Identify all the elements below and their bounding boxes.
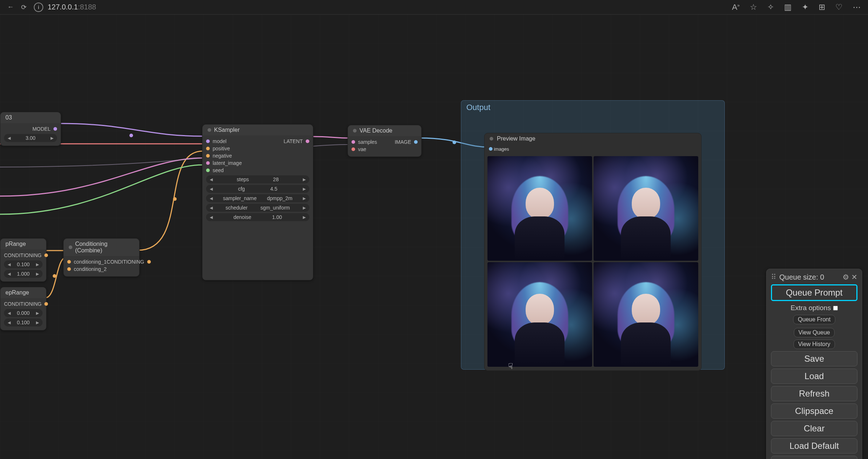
preview-image-3[interactable] — [487, 262, 592, 367]
widget-denoise[interactable]: ◀denoise1.00▶ — [206, 213, 309, 221]
preview-image-2[interactable] — [594, 156, 698, 261]
extra-options-label: Extra options — [791, 304, 831, 312]
node-title-text: Conditioning (Combine) — [75, 241, 134, 254]
output-image[interactable]: IMAGE — [395, 139, 411, 145]
input-latent-image[interactable]: latent_image — [213, 160, 242, 166]
widget-scheduler[interactable]: ◀schedulersgm_uniform▶ — [206, 204, 309, 212]
gear-icon[interactable]: ⚙ — [843, 273, 849, 281]
preview-grid — [485, 153, 701, 370]
input-vae[interactable]: vae — [358, 146, 366, 152]
input-cond1[interactable]: conditioning_1 — [74, 259, 107, 265]
extra-options-checkbox[interactable] — [833, 306, 838, 310]
input-model[interactable]: model — [213, 138, 226, 144]
extensions-icon[interactable]: ✧ — [767, 3, 774, 12]
url-port: :8188 — [78, 3, 96, 11]
load-default-button[interactable]: Load Default — [771, 438, 857, 454]
back-button[interactable]: ← — [7, 3, 14, 11]
widget-value: 3.00 — [25, 135, 35, 141]
reload-button[interactable]: ⟳ — [21, 3, 27, 11]
node-model-stub[interactable]: 03 MODEL ◀ 3.00 ▶ — [0, 112, 61, 146]
arrow-right-icon[interactable]: ▶ — [51, 136, 53, 141]
input-images[interactable]: images — [494, 146, 509, 152]
group-title: Output — [461, 101, 724, 114]
collections-icon[interactable]: ▥ — [784, 3, 792, 12]
node-title-text: epRange — [5, 289, 29, 296]
node-title-text: Preview Image — [497, 135, 535, 142]
node-vae-decode[interactable]: VAE Decode samplesIMAGE vae — [347, 125, 422, 157]
output-conditioning[interactable]: CONDITIONING — [4, 252, 41, 258]
clipspace-button[interactable]: Clipspace — [771, 403, 857, 419]
cursor-icon: ☟ — [508, 362, 513, 371]
browser-toolbar: ← ⟳ i 127.0.0.1:8188 A» ☆ ✧ ▥ ✦ ⊞ ♡ ⋯ — [0, 0, 868, 15]
drag-handle-icon[interactable]: ⠿ — [771, 273, 776, 281]
widget-r2-b[interactable]: ◀0.100▶ — [4, 318, 43, 326]
node-title-text: VAE Decode — [359, 127, 392, 134]
svg-point-0 — [129, 134, 133, 137]
output-label: MODEL — [32, 126, 51, 132]
apps-icon[interactable]: ⊞ — [819, 3, 825, 12]
widget-r2-a[interactable]: ◀0.000▶ — [4, 309, 43, 317]
control-panel[interactable]: ⠿ Queue size: 0 ⚙ ✕ Queue Prompt Extra o… — [766, 269, 862, 459]
input-cond2[interactable]: conditioning_2 — [74, 266, 107, 272]
arrow-left-icon[interactable]: ◀ — [8, 136, 11, 141]
clear-button[interactable]: Clear — [771, 421, 857, 436]
favorites-bar-icon[interactable]: ✦ — [802, 3, 808, 12]
node-title-text: pRange — [5, 241, 26, 247]
queue-size-value: 0 — [820, 273, 824, 281]
widget-model-value[interactable]: ◀ 3.00 ▶ — [4, 134, 57, 142]
input-positive[interactable]: positive — [213, 146, 230, 151]
widget-sampler-name[interactable]: ◀sampler_namedpmpp_2m▶ — [206, 194, 309, 202]
output-conditioning[interactable]: CONDITIONING — [4, 301, 41, 307]
input-seed[interactable]: seed — [213, 167, 224, 173]
view-queue-button[interactable]: View Queue — [794, 328, 835, 337]
load-button[interactable]: Load — [771, 369, 857, 384]
view-history-button[interactable]: View History — [793, 340, 835, 349]
input-samples[interactable]: samples — [358, 139, 377, 145]
refresh-button[interactable]: Refresh — [771, 386, 857, 401]
preview-image-4[interactable] — [594, 262, 698, 367]
reset-view-button[interactable]: Reset View — [771, 456, 857, 459]
node-range-1[interactable]: pRange CONDITIONING ◀0.100▶ ◀1.000▶ — [0, 238, 47, 282]
queue-prompt-button[interactable]: Queue Prompt — [771, 284, 857, 301]
save-button[interactable]: Save — [771, 351, 857, 366]
input-negative[interactable]: negative — [213, 153, 232, 159]
heart-icon[interactable]: ♡ — [835, 3, 843, 12]
svg-point-4 — [453, 141, 456, 144]
close-icon[interactable]: ✕ — [851, 273, 857, 281]
favorite-icon[interactable]: ☆ — [750, 3, 757, 12]
more-icon[interactable]: ⋯ — [853, 3, 861, 12]
queue-front-button[interactable]: Queue Front — [793, 315, 835, 324]
info-icon[interactable]: i — [34, 3, 43, 12]
node-conditioning-combine[interactable]: Conditioning (Combine) conditioning_1CON… — [63, 238, 140, 277]
node-canvas[interactable]: 03 MODEL ◀ 3.00 ▶ KSampler modelLATENT p… — [0, 15, 868, 459]
node-title-text: KSampler — [214, 127, 240, 133]
url-bar[interactable]: i 127.0.0.1:8188 — [34, 3, 96, 12]
preview-image-1[interactable] — [487, 156, 592, 261]
url-host: 127.0.0.1 — [48, 3, 78, 11]
output-latent[interactable]: LATENT — [284, 138, 303, 144]
connection-lines — [0, 15, 868, 459]
node-ksampler[interactable]: KSampler modelLATENT positive negative l… — [202, 124, 313, 280]
node-preview-image[interactable]: Preview Image images — [484, 133, 702, 371]
output-conditioning[interactable]: CONDITIONING — [107, 259, 144, 265]
queue-size-label: Queue size: — [779, 273, 818, 281]
node-title-text: 03 — [5, 114, 12, 121]
read-aloud-icon[interactable]: A» — [732, 3, 740, 12]
widget-steps[interactable]: ◀steps28▶ — [206, 175, 309, 183]
widget-r1-b[interactable]: ◀1.000▶ — [4, 270, 43, 278]
svg-point-2 — [173, 197, 177, 201]
svg-point-3 — [53, 274, 56, 278]
widget-cfg[interactable]: ◀cfg4.5▶ — [206, 185, 309, 193]
widget-r1-a[interactable]: ◀0.100▶ — [4, 260, 43, 268]
node-range-2[interactable]: epRange CONDITIONING ◀0.000▶ ◀0.100▶ — [0, 287, 47, 330]
